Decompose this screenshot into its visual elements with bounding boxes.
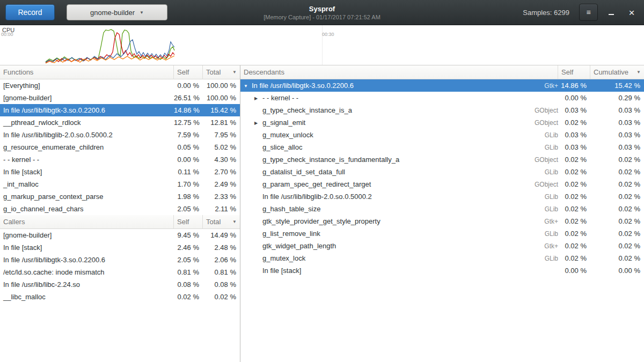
total-percent: 2.70 % [203, 168, 240, 176]
headerbar-title-area: Sysprof [Memory Capture] - 01/17/2017 07… [264, 5, 380, 20]
callers-table: Callers Self Total ▼ [gnome-builder]9.45… [0, 215, 240, 303]
samples-count: Samples: 6299 [523, 9, 569, 17]
descendants-row[interactable]: In file [stack]0.00 %0.00 % [240, 264, 644, 277]
callers-row[interactable]: /etc/ld.so.cache: inode mismatch0.81 %0.… [0, 266, 240, 278]
sysprof-window: Record gnome-builder ▼ Sysprof [Memory C… [0, 0, 644, 362]
descendants-row[interactable]: g_list_remove_linkGLib0.02 %0.02 % [240, 227, 644, 240]
functions-self-column-header[interactable]: Self [174, 65, 203, 79]
function-name-cell: In file [stack] [0, 243, 174, 252]
function-name: g_signal_emit [262, 119, 305, 127]
self-percent: 0.02 % [558, 193, 590, 201]
total-percent: 0.02 % [203, 293, 240, 301]
self-percent: 9.45 % [174, 231, 203, 239]
functions-table: Functions Self Total ▼ [Everything]0.00 … [0, 65, 240, 215]
function-name-cell: _int_malloc [0, 180, 174, 188]
menu-button[interactable]: ≡ [579, 4, 598, 21]
functions-row[interactable]: g_resource_enumerate_children0.05 %5.02 … [0, 141, 240, 153]
minimize-button[interactable] [604, 4, 618, 20]
descendants-row[interactable]: g_datalist_id_set_data_fullGLib0.02 %0.0… [240, 166, 644, 178]
cumulative-percent: 15.42 % [590, 82, 644, 90]
function-name: g_list_remove_link [262, 230, 320, 238]
total-percent: 15.42 % [203, 106, 240, 114]
descendants-column-header[interactable]: Descendants [240, 65, 558, 79]
descendants-row[interactable]: g_slice_allocGLib0.03 %0.03 % [240, 141, 644, 153]
expander-open-icon[interactable]: ▼ [244, 84, 252, 88]
expander-closed-icon[interactable]: ▶ [254, 121, 262, 125]
descendants-row[interactable]: ▶g_signal_emitGObject0.02 %0.03 % [240, 116, 644, 129]
record-button[interactable]: Record [5, 4, 55, 20]
cumulative-percent: 0.03 % [590, 131, 644, 139]
function-name: [gnome-builder] [3, 94, 52, 102]
descendants-row[interactable]: gtk_widget_path_lengthGtk+0.02 %0.02 % [240, 240, 644, 252]
close-icon: × [628, 8, 634, 18]
functions-column-header[interactable]: Functions [0, 65, 174, 79]
library-badge: GLib [521, 230, 558, 238]
function-name-cell: g_markup_parse_context_parse [0, 193, 174, 201]
functions-row[interactable]: __pthread_rwlock_rdlock12.75 %12.81 % [0, 116, 240, 129]
descendants-row[interactable]: g_mutex_unlockGLib0.03 %0.03 % [240, 129, 644, 141]
functions-total-column-header[interactable]: Total ▼ [203, 65, 240, 79]
cumulative-percent: 0.03 % [590, 119, 644, 127]
function-name: [Everything] [3, 82, 40, 90]
descendants-cumulative-column-header[interactable]: Cumulative ▼ [590, 65, 644, 79]
function-name: g_type_check_instance_is_a [262, 106, 352, 114]
callers-row[interactable]: [gnome-builder]9.45 %14.49 % [0, 229, 240, 241]
functions-row[interactable]: [Everything]0.00 %100.00 % [0, 79, 240, 92]
library-badge: GLib [521, 255, 558, 262]
descendants-table: Descendants Self Cumulative ▼ ▼In file /… [240, 65, 644, 277]
self-percent: 14.86 % [174, 106, 203, 114]
callers-table-body: [gnome-builder]9.45 %14.49 %In file [sta… [0, 229, 240, 303]
functions-row[interactable]: - - kernel - -0.00 %4.30 % [0, 153, 240, 166]
callers-row[interactable]: __libc_malloc0.02 %0.02 % [0, 291, 240, 303]
callers-self-column-header[interactable]: Self [174, 215, 203, 228]
expander-closed-icon[interactable]: ▶ [254, 96, 262, 101]
descendants-row[interactable]: g_hash_table_sizeGLib0.02 %0.02 % [240, 203, 644, 215]
descendants-row[interactable]: In file /usr/lib/libglib-2.0.so.0.5000.2… [240, 190, 644, 203]
callers-row[interactable]: In file /usr/lib/libc-2.24.so0.08 %0.08 … [0, 278, 240, 291]
close-button[interactable]: × [625, 4, 639, 20]
functions-row[interactable]: In file [stack]0.11 %2.70 % [0, 166, 240, 178]
descendants-row[interactable]: g_type_check_instance_is_fundamentally_a… [240, 153, 644, 166]
callers-row[interactable]: In file [stack]2.46 %2.48 % [0, 241, 240, 254]
function-name: - - kernel - - [3, 156, 39, 164]
callers-row[interactable]: In file /usr/lib/libgtk-3.so.0.2200.62.0… [0, 254, 240, 266]
self-percent: 0.02 % [558, 168, 590, 176]
functions-row[interactable]: In file /usr/lib/libglib-2.0.so.0.5000.2… [0, 129, 240, 141]
callers-total-column-header[interactable]: Total ▼ [203, 215, 240, 228]
cumulative-percent: 0.03 % [590, 143, 644, 151]
descendants-self-column-header[interactable]: Self [558, 65, 590, 79]
descendants-row[interactable]: g_param_spec_get_redirect_targetGObject0… [240, 178, 644, 190]
self-percent: 2.05 % [174, 205, 203, 213]
cpu-graph[interactable]: CPU 00:00 00:30 [0, 25, 644, 65]
self-percent: 12.75 % [174, 119, 203, 127]
function-name-cell: In file /usr/lib/libgtk-3.so.0.2200.6 [0, 106, 174, 114]
callers-column-header[interactable]: Callers [0, 215, 174, 228]
functions-total-column-label: Total [206, 68, 221, 76]
self-percent: 0.00 % [174, 82, 203, 90]
function-name: In file [stack] [3, 243, 42, 252]
descendants-row[interactable]: ▶- - kernel - -0.00 %0.29 % [240, 92, 644, 104]
functions-row[interactable]: g_markup_parse_context_parse1.98 %2.33 % [0, 190, 240, 203]
descendants-row[interactable]: ▼In file /usr/lib/libgtk-3.so.0.2200.6Gt… [240, 79, 644, 92]
functions-row[interactable]: In file /usr/lib/libgtk-3.so.0.2200.614.… [0, 104, 240, 116]
descendants-row[interactable]: g_type_check_instance_is_aGObject0.03 %0… [240, 104, 644, 116]
function-name-cell: g_type_check_instance_is_a [240, 106, 521, 114]
function-name: g_mutex_lock [262, 254, 305, 262]
cumulative-percent: 0.02 % [590, 180, 644, 188]
descendants-row[interactable]: gtk_style_provider_get_style_propertyGtk… [240, 215, 644, 227]
function-name: In file [stack] [262, 267, 301, 275]
functions-row[interactable]: [gnome-builder]26.51 %100.00 % [0, 92, 240, 104]
callers-table-header: Callers Self Total ▼ [0, 215, 240, 229]
self-percent: 1.98 % [174, 193, 203, 201]
total-percent: 7.95 % [203, 131, 240, 139]
function-name-cell: In file [stack] [240, 267, 521, 275]
self-percent: 0.02 % [174, 293, 203, 301]
process-selector[interactable]: gnome-builder ▼ [67, 4, 167, 20]
functions-row[interactable]: g_io_channel_read_chars2.05 %2.11 % [0, 203, 240, 215]
descendants-row[interactable]: g_mutex_lockGLib0.02 %0.02 % [240, 252, 644, 264]
function-name-cell: /etc/ld.so.cache: inode mismatch [0, 268, 174, 276]
functions-row[interactable]: _int_malloc1.70 %2.49 % [0, 178, 240, 190]
function-name: __libc_malloc [3, 293, 46, 301]
total-percent: 5.02 % [203, 143, 240, 151]
capture-subtitle: [Memory Capture] - 01/17/2017 07:21:52 A… [264, 14, 380, 20]
